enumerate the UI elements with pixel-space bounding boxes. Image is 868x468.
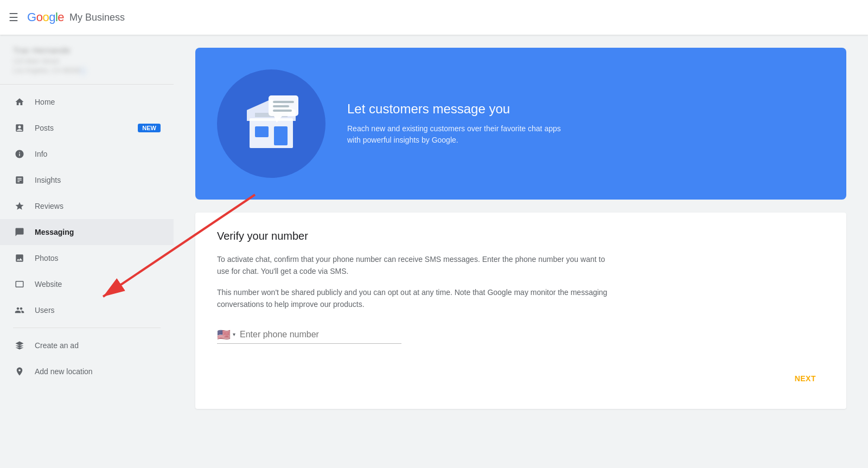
business-address: 123 Main Street Los Angeles, CA 90000 |	[13, 57, 161, 75]
sidebar-item-reviews[interactable]: Reviews	[0, 193, 174, 219]
sidebar-item-photos[interactable]: Photos	[0, 245, 174, 271]
business-name: Trac Hernande	[13, 46, 161, 55]
nav-info-label: Info	[35, 150, 161, 158]
sidebar-item-users[interactable]: Users	[0, 297, 174, 323]
nav-add-location-label: Add new location	[35, 367, 161, 376]
next-button-row: NEXT	[217, 361, 825, 387]
nav-posts-label: Posts	[35, 124, 133, 132]
add-location-icon	[13, 365, 26, 378]
sidebar: Trac Hernande 123 Main Street Los Angele…	[0, 35, 174, 468]
next-button[interactable]: NEXT	[786, 370, 825, 387]
nav-insights-label: Insights	[35, 176, 161, 184]
svg-rect-8	[273, 105, 289, 107]
website-icon	[13, 278, 26, 291]
sidebar-item-posts[interactable]: Posts NEW	[0, 115, 174, 141]
insights-icon	[13, 174, 26, 187]
nav-messaging-label: Messaging	[35, 228, 161, 236]
nav-create-ad-label: Create an ad	[35, 341, 161, 350]
hero-subtitle: Reach new and existing customers over th…	[347, 123, 564, 146]
sidebar-item-messaging[interactable]: Messaging	[0, 219, 174, 245]
sidebar-item-insights[interactable]: Insights	[0, 167, 174, 193]
country-selector[interactable]: 🇺🇸 ▾	[217, 328, 235, 341]
verify-description-2: This number won't be shared publicly and…	[217, 286, 618, 311]
photos-icon	[13, 252, 26, 265]
reviews-icon	[13, 200, 26, 213]
dropdown-arrow-icon: ▾	[233, 331, 235, 337]
verify-title: Verify your number	[217, 230, 825, 242]
sidebar-item-add-location[interactable]: Add new location	[0, 358, 174, 384]
nav-reviews-label: Reviews	[35, 202, 161, 210]
svg-rect-4	[274, 126, 288, 145]
main-content: Let customers message you Reach new and …	[174, 35, 868, 468]
nav-users-label: Users	[35, 306, 161, 315]
create-ad-icon	[13, 339, 26, 352]
hero-circle	[217, 69, 326, 178]
google-letter-g: G	[27, 10, 36, 24]
nav-divider	[13, 328, 161, 328]
menu-icon[interactable]: ☰	[9, 12, 18, 23]
product-name: My Business	[69, 12, 125, 23]
sidebar-inner: Trac Hernande 123 Main Street Los Angele…	[0, 35, 174, 384]
users-icon	[13, 304, 26, 317]
verify-section: Verify your number To activate chat, con…	[195, 213, 846, 409]
sidebar-item-home[interactable]: Home	[0, 89, 174, 115]
google-logo: Google My Business	[27, 10, 125, 24]
hero-banner: Let customers message you Reach new and …	[195, 48, 846, 200]
hero-icon-area	[195, 52, 347, 195]
sidebar-item-create-ad[interactable]: Create an ad	[0, 332, 174, 358]
verify-description-1: To activate chat, confirm that your phon…	[217, 253, 618, 278]
svg-rect-9	[273, 110, 292, 112]
business-info: Trac Hernande 123 Main Street Los Angele…	[0, 35, 174, 85]
store-icon	[239, 91, 304, 156]
hero-text-area: Let customers message you Reach new and …	[347, 84, 846, 163]
business-link[interactable]: |	[82, 67, 84, 74]
google-wordmark: Google	[27, 10, 64, 24]
home-icon	[13, 95, 26, 108]
phone-input[interactable]	[240, 330, 401, 339]
new-badge: NEW	[138, 124, 161, 132]
info-icon	[13, 148, 26, 161]
sidebar-item-info[interactable]: Info	[0, 141, 174, 167]
phone-input-row: 🇺🇸 ▾	[217, 328, 401, 344]
google-letter-e: e	[58, 10, 64, 24]
sidebar-item-website[interactable]: Website	[0, 271, 174, 297]
google-letter-o2: o	[42, 10, 49, 24]
svg-rect-3	[255, 126, 269, 137]
flag-icon: 🇺🇸	[217, 328, 231, 341]
messaging-icon	[13, 226, 26, 239]
app-layout: Trac Hernande 123 Main Street Los Angele…	[0, 35, 868, 468]
google-letter-g2: g	[49, 10, 55, 24]
svg-rect-7	[273, 101, 294, 103]
google-letter-o1: o	[36, 10, 43, 24]
nav-website-label: Website	[35, 280, 161, 289]
posts-icon	[13, 121, 26, 134]
app-header: ☰ Google My Business	[0, 0, 868, 35]
nav-photos-label: Photos	[35, 254, 161, 262]
hero-title: Let customers message you	[347, 101, 829, 117]
nav-home-label: Home	[35, 98, 161, 106]
